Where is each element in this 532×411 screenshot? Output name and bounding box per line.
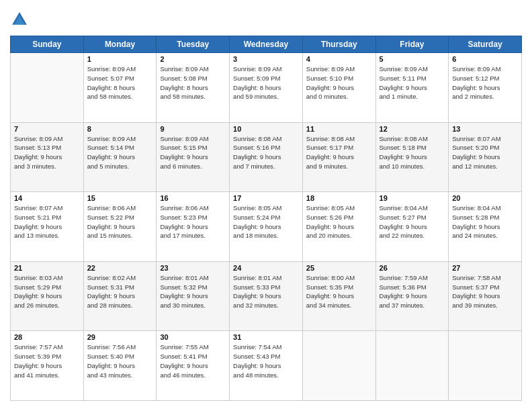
day-info: Sunrise: 7:57 AMSunset: 5:39 PMDaylight:… xyxy=(14,342,80,379)
day-info: Sunrise: 8:03 AMSunset: 5:29 PMDaylight:… xyxy=(14,273,80,310)
day-info: Sunrise: 8:09 AMSunset: 5:12 PMDaylight:… xyxy=(452,64,518,101)
day-number: 12 xyxy=(380,125,445,133)
day-info: Sunrise: 8:01 AMSunset: 5:33 PMDaylight:… xyxy=(233,273,299,310)
day-number: 20 xyxy=(452,194,518,202)
weekday-header-monday: Monday xyxy=(83,36,157,53)
calendar-cell: 20Sunrise: 8:04 AMSunset: 5:28 PMDayligh… xyxy=(449,192,522,262)
week-row-0: 1Sunrise: 8:09 AMSunset: 5:07 PMDaylight… xyxy=(11,53,522,123)
page: SundayMondayTuesdayWednesdayThursdayFrid… xyxy=(0,0,532,411)
day-info: Sunrise: 8:00 AMSunset: 5:35 PMDaylight:… xyxy=(306,273,372,310)
day-info: Sunrise: 8:04 AMSunset: 5:27 PMDaylight:… xyxy=(380,203,445,240)
day-info: Sunrise: 8:04 AMSunset: 5:28 PMDaylight:… xyxy=(452,203,518,240)
day-number: 21 xyxy=(14,264,80,272)
day-number: 28 xyxy=(14,333,80,341)
calendar-cell: 16Sunrise: 8:06 AMSunset: 5:23 PMDayligh… xyxy=(157,192,230,262)
day-info: Sunrise: 7:56 AMSunset: 5:40 PMDaylight:… xyxy=(87,342,153,379)
calendar-cell: 28Sunrise: 7:57 AMSunset: 5:39 PMDayligh… xyxy=(11,331,84,401)
day-number: 24 xyxy=(233,264,299,272)
calendar: SundayMondayTuesdayWednesdayThursdayFrid… xyxy=(10,36,522,401)
calendar-cell: 27Sunrise: 7:58 AMSunset: 5:37 PMDayligh… xyxy=(449,261,522,331)
calendar-cell: 21Sunrise: 8:03 AMSunset: 5:29 PMDayligh… xyxy=(11,261,84,331)
calendar-cell: 7Sunrise: 8:09 AMSunset: 5:13 PMDaylight… xyxy=(11,122,84,192)
day-info: Sunrise: 7:59 AMSunset: 5:36 PMDaylight:… xyxy=(380,273,445,310)
calendar-cell: 25Sunrise: 8:00 AMSunset: 5:35 PMDayligh… xyxy=(302,261,375,331)
calendar-cell: 6Sunrise: 8:09 AMSunset: 5:12 PMDaylight… xyxy=(449,53,522,123)
day-number: 15 xyxy=(87,194,153,202)
calendar-cell: 31Sunrise: 7:54 AMSunset: 5:43 PMDayligh… xyxy=(230,331,303,401)
calendar-cell: 18Sunrise: 8:05 AMSunset: 5:26 PMDayligh… xyxy=(302,192,375,262)
calendar-cell: 23Sunrise: 8:01 AMSunset: 5:32 PMDayligh… xyxy=(157,261,230,331)
calendar-cell: 10Sunrise: 8:08 AMSunset: 5:16 PMDayligh… xyxy=(230,122,303,192)
calendar-cell: 4Sunrise: 8:09 AMSunset: 5:10 PMDaylight… xyxy=(302,53,375,123)
day-number: 4 xyxy=(306,55,372,63)
calendar-cell: 13Sunrise: 8:07 AMSunset: 5:20 PMDayligh… xyxy=(449,122,522,192)
day-number: 27 xyxy=(452,264,518,272)
day-info: Sunrise: 8:08 AMSunset: 5:17 PMDaylight:… xyxy=(306,134,372,171)
day-number: 16 xyxy=(160,194,226,202)
day-number: 11 xyxy=(306,125,372,133)
calendar-cell: 22Sunrise: 8:02 AMSunset: 5:31 PMDayligh… xyxy=(83,261,157,331)
calendar-cell: 19Sunrise: 8:04 AMSunset: 5:27 PMDayligh… xyxy=(375,192,449,262)
calendar-cell xyxy=(375,331,449,401)
day-info: Sunrise: 8:09 AMSunset: 5:13 PMDaylight:… xyxy=(14,134,80,171)
calendar-cell xyxy=(449,331,522,401)
logo xyxy=(10,10,32,29)
day-number: 3 xyxy=(233,55,299,63)
day-number: 26 xyxy=(380,264,445,272)
day-number: 25 xyxy=(306,264,372,272)
day-info: Sunrise: 8:09 AMSunset: 5:08 PMDaylight:… xyxy=(160,64,226,101)
day-number: 31 xyxy=(233,333,299,341)
day-number: 5 xyxy=(380,55,445,63)
weekday-header-tuesday: Tuesday xyxy=(157,36,230,53)
day-number: 1 xyxy=(87,55,153,63)
header xyxy=(10,10,522,29)
day-number: 17 xyxy=(233,194,299,202)
weekday-header-wednesday: Wednesday xyxy=(230,36,303,53)
calendar-cell: 11Sunrise: 8:08 AMSunset: 5:17 PMDayligh… xyxy=(302,122,375,192)
day-number: 29 xyxy=(87,333,153,341)
day-number: 19 xyxy=(380,194,445,202)
day-info: Sunrise: 8:09 AMSunset: 5:07 PMDaylight:… xyxy=(87,64,153,101)
calendar-cell: 29Sunrise: 7:56 AMSunset: 5:40 PMDayligh… xyxy=(83,331,157,401)
day-info: Sunrise: 8:09 AMSunset: 5:11 PMDaylight:… xyxy=(380,64,445,101)
day-info: Sunrise: 8:09 AMSunset: 5:10 PMDaylight:… xyxy=(306,64,372,101)
day-info: Sunrise: 8:02 AMSunset: 5:31 PMDaylight:… xyxy=(87,273,153,310)
weekday-header-saturday: Saturday xyxy=(449,36,522,53)
day-info: Sunrise: 8:07 AMSunset: 5:21 PMDaylight:… xyxy=(14,203,80,240)
calendar-cell: 15Sunrise: 8:06 AMSunset: 5:22 PMDayligh… xyxy=(83,192,157,262)
day-number: 8 xyxy=(87,125,153,133)
day-number: 14 xyxy=(14,194,80,202)
calendar-cell xyxy=(302,331,375,401)
week-row-1: 7Sunrise: 8:09 AMSunset: 5:13 PMDaylight… xyxy=(11,122,522,192)
calendar-cell: 5Sunrise: 8:09 AMSunset: 5:11 PMDaylight… xyxy=(375,53,449,123)
day-info: Sunrise: 8:09 AMSunset: 5:14 PMDaylight:… xyxy=(87,134,153,171)
week-row-2: 14Sunrise: 8:07 AMSunset: 5:21 PMDayligh… xyxy=(11,192,522,262)
week-row-4: 28Sunrise: 7:57 AMSunset: 5:39 PMDayligh… xyxy=(11,331,522,401)
day-number: 2 xyxy=(160,55,226,63)
calendar-cell: 8Sunrise: 8:09 AMSunset: 5:14 PMDaylight… xyxy=(83,122,157,192)
day-info: Sunrise: 8:09 AMSunset: 5:09 PMDaylight:… xyxy=(233,64,299,101)
calendar-cell: 30Sunrise: 7:55 AMSunset: 5:41 PMDayligh… xyxy=(157,331,230,401)
weekday-header-sunday: Sunday xyxy=(11,36,84,53)
day-number: 6 xyxy=(452,55,518,63)
calendar-cell: 17Sunrise: 8:05 AMSunset: 5:24 PMDayligh… xyxy=(230,192,303,262)
day-info: Sunrise: 8:06 AMSunset: 5:22 PMDaylight:… xyxy=(87,203,153,240)
calendar-cell: 12Sunrise: 8:08 AMSunset: 5:18 PMDayligh… xyxy=(375,122,449,192)
calendar-cell: 26Sunrise: 7:59 AMSunset: 5:36 PMDayligh… xyxy=(375,261,449,331)
calendar-cell: 2Sunrise: 8:09 AMSunset: 5:08 PMDaylight… xyxy=(157,53,230,123)
day-info: Sunrise: 8:09 AMSunset: 5:15 PMDaylight:… xyxy=(160,134,226,171)
day-number: 7 xyxy=(14,125,80,133)
weekday-header-row: SundayMondayTuesdayWednesdayThursdayFrid… xyxy=(11,36,522,53)
week-row-3: 21Sunrise: 8:03 AMSunset: 5:29 PMDayligh… xyxy=(11,261,522,331)
logo-icon xyxy=(10,10,29,29)
weekday-header-friday: Friday xyxy=(375,36,449,53)
calendar-cell xyxy=(11,53,84,123)
calendar-cell: 3Sunrise: 8:09 AMSunset: 5:09 PMDaylight… xyxy=(230,53,303,123)
day-info: Sunrise: 7:55 AMSunset: 5:41 PMDaylight:… xyxy=(160,342,226,379)
weekday-header-thursday: Thursday xyxy=(302,36,375,53)
calendar-cell: 24Sunrise: 8:01 AMSunset: 5:33 PMDayligh… xyxy=(230,261,303,331)
calendar-cell: 9Sunrise: 8:09 AMSunset: 5:15 PMDaylight… xyxy=(157,122,230,192)
day-number: 22 xyxy=(87,264,153,272)
day-info: Sunrise: 7:54 AMSunset: 5:43 PMDaylight:… xyxy=(233,342,299,379)
day-number: 23 xyxy=(160,264,226,272)
